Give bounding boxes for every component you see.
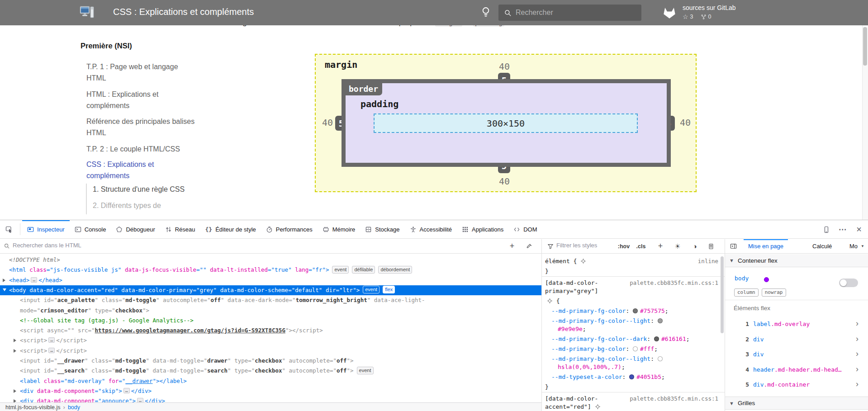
flex-item-selector[interactable]: div [753, 351, 764, 358]
css-rule-line[interactable]: élément { [545, 256, 586, 266]
flex-item-row[interactable]: 4header.md-header.md-head…› [725, 363, 868, 378]
sidebar-nav-item[interactable]: T.P. 1 : Page web et langage HTML [86, 61, 195, 84]
collapsed-content-icon[interactable]: … [48, 348, 55, 353]
devtools-tab-d-bogueur[interactable]: Débogueur [111, 220, 160, 238]
site-logo-computer-icon[interactable] [80, 6, 94, 21]
css-rule-line[interactable]: #9e9e9e; [558, 324, 586, 334]
sidebar-tab-mise-en-page[interactable]: Mise en page [744, 239, 788, 253]
devtools-close-icon[interactable]: × [853, 223, 865, 236]
sidebar-tab-calcul-[interactable]: Calculé [808, 239, 836, 253]
markup-row[interactable]: <div data-md-component="skip">…</div> [0, 386, 541, 396]
flex-item-row[interactable]: 5div.md-container› [725, 378, 868, 393]
devtools-tab-performances[interactable]: Performances [261, 220, 318, 238]
markup-row[interactable]: <input id="ace_palette" class="md-toggle… [0, 295, 541, 305]
markup-row[interactable]: <input id="__search" class="md-toggle" d… [0, 366, 541, 376]
color-swatch[interactable] [658, 356, 663, 361]
collapsed-content-icon[interactable]: … [31, 277, 37, 283]
chevron-right-icon[interactable]: › [856, 334, 859, 344]
css-rule-line[interactable]: --md-primary-fg-color--dark: #616161; [551, 334, 690, 344]
collapsed-content-icon[interactable]: … [137, 398, 143, 402]
devtools-tab-accessibilit-[interactable]: Accessibilité [405, 220, 457, 238]
class-toggle-button[interactable]: .cls [634, 239, 648, 253]
markup-row[interactable]: <!--Global site tag (gtag.js) - Google A… [0, 316, 541, 326]
markup-badge-débordement[interactable]: débordement [378, 266, 412, 274]
flex-item-selector[interactable]: div.md-container [753, 381, 810, 388]
css-rule-line[interactable]: { [547, 296, 560, 306]
color-swatch[interactable] [629, 374, 634, 379]
toc-item[interactable]: 2. Différents types de [93, 202, 197, 210]
sidebar-nav-item[interactable]: T.P. 2 : Le couple HTML/CSS [86, 143, 195, 155]
toggle-sidebar-icon[interactable] [726, 239, 740, 253]
collapse-arrow-icon[interactable] [3, 288, 6, 291]
markup-badge-flex[interactable]: flex [383, 286, 395, 293]
markup-badge-event[interactable]: event [357, 367, 374, 374]
chevron-right-icon[interactable]: › [856, 319, 859, 328]
markup-row[interactable]: <!DOCTYPE html> [0, 255, 541, 265]
expand-arrow-icon[interactable] [3, 279, 5, 282]
page-scrollbar-thumb[interactable] [863, 27, 867, 66]
css-rule-line[interactable]: } [545, 266, 549, 276]
color-swatch[interactable] [654, 336, 659, 341]
expand-arrow-icon[interactable] [14, 339, 16, 342]
pane-divider[interactable] [541, 239, 542, 411]
collapsed-content-icon[interactable]: … [48, 337, 55, 343]
rules-scrollbar-thumb[interactable] [721, 256, 724, 333]
css-rule-line[interactable]: accent="red"] [545, 402, 601, 411]
devtools-tab-r-seau[interactable]: Réseau [160, 220, 200, 238]
chevron-right-icon[interactable]: › [856, 349, 859, 359]
markup-row[interactable]: <label class="md-overlay" for="__drawer"… [0, 376, 541, 386]
markup-badge-event[interactable]: event [363, 286, 379, 293]
devtools-tab-dom[interactable]: DOM [508, 220, 542, 238]
css-rule-line[interactable]: --md-primary-bg-color: #fff; [551, 344, 658, 354]
collapsed-content-icon[interactable]: … [123, 388, 130, 393]
sidebar-nav-item[interactable]: HTML : Explications et compléments [86, 89, 195, 111]
add-node-button[interactable]: + [506, 239, 518, 253]
pane-divider[interactable] [725, 239, 725, 411]
devtools-menu-icon[interactable]: ⋯ [836, 223, 849, 236]
selector-highlighter-icon[interactable] [580, 258, 586, 264]
color-scheme-icon[interactable]: ◑ [688, 239, 701, 253]
toc-item[interactable]: 1. Structure d'une règle CSS [93, 185, 197, 194]
sidebar-nav-item[interactable]: Référence des principales balises HTML [86, 116, 195, 138]
devtools-tab--diteur-de-style[interactable]: {}Éditeur de style [200, 220, 261, 238]
flex-element-link[interactable]: body [735, 275, 749, 282]
flex-item-row[interactable]: 1label.md-overlay› [725, 317, 868, 332]
theme-bulb-icon[interactable] [480, 6, 491, 19]
expand-arrow-icon[interactable] [14, 389, 16, 393]
flex-item-selector[interactable]: header.md-header.md-head… [753, 366, 842, 373]
css-rule-line[interactable]: } [545, 382, 549, 392]
markup-badge-event[interactable]: event [332, 266, 349, 274]
flex-item-selector[interactable]: label.md-overlay [753, 321, 810, 327]
breadcrumb-item[interactable]: body [68, 404, 80, 411]
site-search[interactable] [498, 5, 641, 21]
markup-row[interactable]: <script>…</script> [0, 335, 541, 345]
markup-row[interactable]: <script>…</script> [0, 346, 541, 356]
stylesheet-link[interactable]: palette.cbb835fc.min.css:1 [630, 278, 718, 288]
devtools-tab-console[interactable]: Console [70, 220, 111, 238]
eyedropper-icon[interactable] [523, 239, 536, 253]
devtools-tab-applications[interactable]: Applications [457, 220, 508, 238]
search-input[interactable] [516, 9, 629, 17]
css-rule-line[interactable]: --md-typeset-a-color: #4051b5; [551, 372, 665, 382]
flex-item-row[interactable]: 3div› [725, 348, 868, 363]
devtools-tab-inspecteur[interactable]: Inspecteur [22, 220, 70, 238]
css-rule-line[interactable]: primary="grey"] [545, 286, 598, 296]
color-swatch[interactable] [658, 318, 663, 323]
flex-container-section-header[interactable]: ▼ Conteneur flex [725, 254, 868, 267]
markup-row[interactable]: <html class="js-focus-visible js" data-j… [0, 265, 541, 275]
css-rule-line[interactable]: hsla(0,0%,100%,.7); [558, 362, 625, 372]
markup-row[interactable]: <head>…</head> [0, 275, 541, 285]
add-rule-button[interactable]: + [654, 239, 667, 253]
flex-overlay-toggle[interactable] [839, 279, 858, 287]
markup-row-selected[interactable]: <body data-md-color-accent="red" data-md… [0, 285, 541, 295]
markup-badge-défilable[interactable]: défilable [352, 266, 375, 274]
sidebar-tabs-dropdown-icon[interactable]: ▼ [859, 239, 867, 253]
markup-row[interactable]: <div data-md-component="announce">…</div… [0, 396, 541, 402]
color-swatch[interactable] [633, 308, 638, 313]
gitlab-repo-link[interactable]: sources sur GitLab ☆ 3 0 [661, 4, 736, 22]
devtools-tab-stockage[interactable]: Stockage [360, 220, 404, 238]
selector-highlighter-icon[interactable] [595, 404, 601, 410]
light-theme-icon[interactable]: ☀ [671, 239, 684, 253]
color-swatch[interactable] [633, 346, 638, 351]
devtools-tab-m-moire[interactable]: Mémoire [318, 220, 360, 238]
